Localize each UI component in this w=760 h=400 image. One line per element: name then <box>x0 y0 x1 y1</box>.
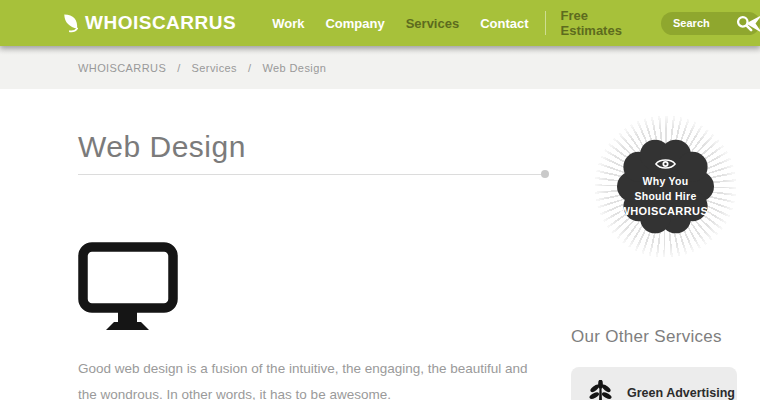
badge-line-2: Should Hire <box>634 189 696 204</box>
badge-line-1: Why You <box>642 174 688 189</box>
plant-icon <box>588 380 613 400</box>
breadcrumb-separator: / <box>248 62 251 74</box>
eye-icon <box>654 157 677 171</box>
header-divider <box>545 11 546 35</box>
webpage: WHOISCARRUS Work Company Services Contac… <box>0 0 760 400</box>
page-title: Web Design <box>78 130 246 164</box>
other-services-heading: Our Other Services <box>571 327 722 347</box>
logo-text: WHOISCARRUS <box>85 12 236 34</box>
service-card-label: Green Advertising <box>627 386 735 400</box>
badge-content: Why You Should Hire WHOISCARRUS. <box>615 136 716 237</box>
breadcrumb-item-services[interactable]: Services <box>192 62 237 74</box>
nav-item-work[interactable]: Work <box>272 16 304 31</box>
nav-item-services[interactable]: Services <box>406 16 460 31</box>
free-estimates-link[interactable]: Free Estimates <box>560 8 646 38</box>
service-card-green-advertising[interactable]: Green Advertising <box>571 367 737 400</box>
breadcrumb-separator: / <box>177 62 180 74</box>
site-header: WHOISCARRUS Work Company Services Contac… <box>0 0 760 46</box>
cursor-icon <box>746 14 760 34</box>
main-nav: Work Company Services Contact <box>272 16 528 31</box>
title-divider <box>78 174 546 175</box>
intro-paragraph: Good web design is a fusion of the intui… <box>78 356 544 400</box>
badge-line-3: WHOISCARRUS. <box>619 204 711 219</box>
breadcrumb-item-current: Web Design <box>262 62 326 74</box>
title-divider-dot <box>541 170 549 178</box>
breadcrumb-item-whoiscarrus[interactable]: WHOISCARRUS <box>78 62 166 74</box>
site-logo[interactable]: WHOISCARRUS <box>62 12 236 34</box>
breadcrumb: WHOISCARRUS / Services / Web Design <box>0 46 760 89</box>
nav-item-contact[interactable]: Contact <box>480 16 528 31</box>
nav-item-company[interactable]: Company <box>325 16 384 31</box>
why-hire-badge[interactable]: Why You Should Hire WHOISCARRUS. <box>615 136 716 237</box>
monitor-icon <box>78 242 178 332</box>
leaf-icon <box>62 13 80 33</box>
